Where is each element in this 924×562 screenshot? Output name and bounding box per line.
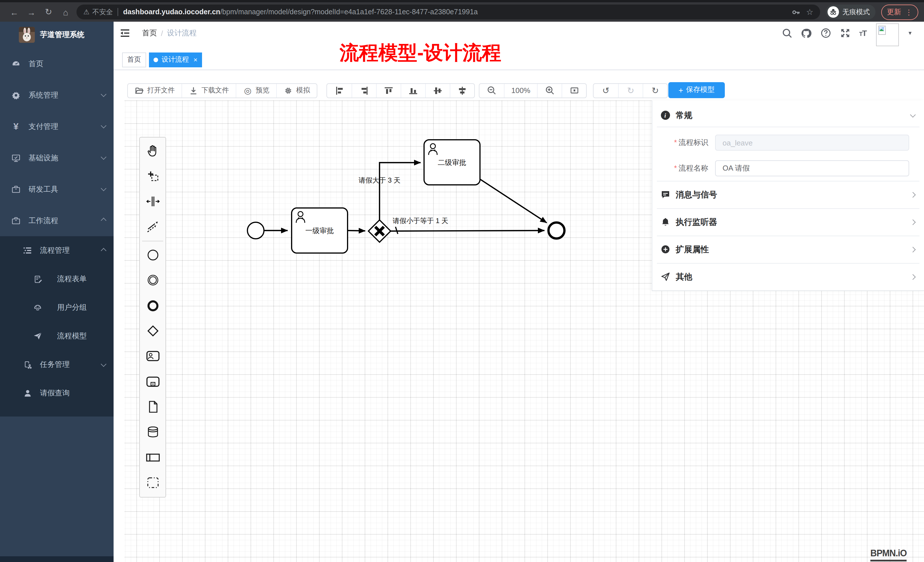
sidebar-item-home[interactable]: 首页 (0, 48, 114, 79)
create-participant-icon[interactable] (140, 445, 165, 470)
user-task-level1[interactable]: 一级审批 (292, 208, 348, 253)
open-file-button[interactable]: 打开文件 (128, 84, 182, 97)
sidebar-item-process-form[interactable]: 流程表单 (0, 265, 114, 293)
sidebar-item-process-mgmt[interactable]: 流程管理 (0, 236, 114, 265)
end-event[interactable] (549, 223, 564, 238)
lasso-tool-icon[interactable] (140, 163, 165, 189)
bpmn-palette (139, 137, 166, 498)
sidebar-item-user-group[interactable]: 用户分组 (0, 293, 114, 322)
process-key-input[interactable] (715, 135, 909, 151)
palette-separator (142, 240, 163, 241)
sidebar-item-task-mgmt[interactable]: 任务管理 (0, 350, 114, 379)
section-messages-signals[interactable]: 消息与信号 (652, 181, 924, 208)
help-icon[interactable] (820, 28, 831, 39)
align-left-icon[interactable] (327, 84, 352, 97)
close-icon[interactable]: × (194, 56, 198, 64)
save-model-button[interactable]: + 保存模型 (668, 82, 725, 98)
section-extended-attributes[interactable]: 扩展属性 (652, 236, 924, 263)
space-tool-icon[interactable] (140, 189, 165, 214)
download-file-button[interactable]: 下载文件 (182, 84, 236, 97)
key-icon[interactable] (792, 8, 801, 16)
url-host: dashboard.yudao.iocoder.cn (123, 8, 220, 16)
address-bar[interactable]: ⚠ 不安全 dashboard.yudao.iocoder.cn /bpm/ma… (76, 4, 820, 19)
monitor-icon (11, 153, 21, 162)
create-subprocess-icon[interactable] (140, 369, 165, 394)
tree-icon (23, 246, 32, 255)
reload-icon[interactable]: ↻ (40, 7, 57, 17)
sidebar-item-workflow[interactable]: 工作流程 (0, 205, 114, 236)
back-icon[interactable]: ← (6, 7, 23, 17)
create-gateway-icon[interactable] (140, 318, 165, 343)
align-horizontal-center-icon[interactable] (450, 84, 474, 97)
font-size-icon[interactable]: TT (859, 28, 866, 37)
create-group-icon[interactable] (140, 470, 165, 496)
flow-label-gt3[interactable]: 请假大于 3 天 (359, 176, 400, 184)
properties-panel: i 常规 *流程标识 *流程名称 消 (652, 100, 924, 291)
sidebar-item-leave-query[interactable]: 请假查询 (0, 379, 114, 408)
align-bottom-icon[interactable] (400, 84, 425, 97)
exclusive-gateway[interactable] (368, 220, 391, 242)
zoom-in-icon[interactable] (537, 84, 562, 97)
flow-gateway-to-task2[interactable] (380, 163, 421, 220)
app-logo-row[interactable]: 芋道管理系统 (0, 22, 114, 48)
sidebar-item-label: 请假查询 (40, 388, 106, 398)
align-right-icon[interactable] (352, 84, 376, 97)
zoom-out-icon[interactable] (479, 84, 504, 97)
redo-icon[interactable]: ↻ (618, 84, 643, 97)
collapse-sidebar-icon[interactable] (120, 28, 130, 38)
tab-design-process[interactable]: 设计流程 × (149, 52, 202, 67)
gear-icon (11, 90, 21, 100)
preview-button[interactable]: ◎ 预览 (236, 84, 276, 97)
breadcrumb-home[interactable]: 首页 (142, 28, 157, 38)
create-user-task-icon[interactable] (140, 343, 165, 369)
tab-home[interactable]: 首页 (122, 52, 146, 67)
reset-zoom-icon[interactable] (562, 84, 586, 97)
start-event[interactable] (248, 222, 264, 239)
forward-icon[interactable]: → (23, 7, 40, 17)
dashboard-icon (11, 59, 21, 68)
simulate-button[interactable]: 模拟 (276, 84, 317, 97)
flow-gateway-to-end[interactable] (391, 231, 544, 231)
designer-toolbar: 打开文件 下载文件 ◎ 预览 模拟 (114, 70, 924, 100)
bookmark-star-icon[interactable]: ☆ (806, 7, 813, 16)
section-execution-listener[interactable]: 执行监听器 (652, 208, 924, 236)
create-start-event-icon[interactable] (140, 242, 165, 268)
sidebar-item-devtools[interactable]: 研发工具 (0, 174, 114, 205)
sidebar-item-process-model[interactable]: 流程模型 (0, 322, 114, 350)
section-general[interactable]: i 常规 (652, 104, 924, 127)
bpmn-io-watermark[interactable]: BPMN.iO (870, 548, 907, 561)
fullscreen-icon[interactable] (840, 28, 850, 39)
home-icon[interactable]: ⌂ (57, 7, 74, 17)
refresh-icon[interactable]: ↻ (643, 84, 667, 97)
search-icon[interactable] (782, 28, 792, 39)
task-label: 一级审批 (305, 226, 334, 234)
chevron-down-icon (101, 186, 106, 191)
sidebar-item-label: 系统管理 (28, 90, 102, 100)
user-task-level2[interactable]: 二级审批 (424, 140, 480, 185)
create-data-object-icon[interactable] (140, 394, 165, 420)
sidebar-item-infra[interactable]: 基础设施 (0, 142, 114, 174)
hand-tool-icon[interactable] (140, 138, 165, 163)
flow-label-le1[interactable]: 请假小于等于 1 天 (393, 217, 448, 225)
undo-icon[interactable]: ↺ (594, 84, 618, 97)
section-other[interactable]: 其他 (652, 263, 924, 291)
create-data-store-icon[interactable] (140, 420, 165, 445)
sidebar-item-payment[interactable]: ¥ 支付管理 (0, 111, 114, 142)
align-vertical-center-icon[interactable] (425, 84, 450, 97)
process-name-input[interactable] (715, 160, 909, 176)
avatar-caret-icon[interactable]: ▼ (908, 30, 913, 36)
flow-task1-to-gateway[interactable] (348, 231, 365, 231)
sidebar-item-label: 支付管理 (28, 121, 102, 132)
update-button[interactable]: 更新 ⋮ (881, 4, 918, 20)
sidebar-footer-bar[interactable] (0, 556, 114, 562)
create-end-event-icon[interactable] (140, 293, 165, 318)
avatar[interactable] (876, 23, 899, 46)
bpmn-canvas[interactable]: 一级审批 二级审批 请假大于 3 天 请假小于等于 1 天 (114, 100, 924, 562)
flow-task2-to-end[interactable] (480, 179, 547, 223)
browser-menu-icon[interactable]: ⋮ (905, 8, 913, 16)
github-icon[interactable] (801, 28, 812, 39)
create-intermediate-event-icon[interactable] (140, 268, 165, 293)
sidebar-item-system[interactable]: 系统管理 (0, 79, 114, 111)
align-top-icon[interactable] (376, 84, 400, 97)
global-connect-tool-icon[interactable] (140, 214, 165, 239)
